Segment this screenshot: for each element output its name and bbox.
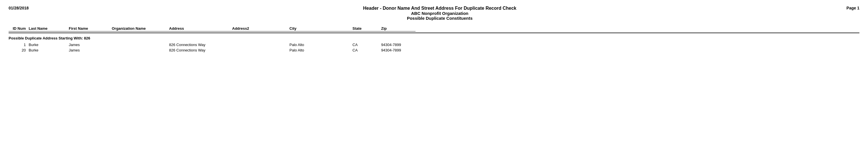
cell-id: 20 (9, 48, 29, 52)
cell-state: CA (352, 48, 381, 52)
page-header: 01/28/2018 Header - Donor Name And Stree… (9, 6, 859, 21)
section-label: Possible Duplicate Address Starting With… (9, 36, 859, 40)
cell-address: 826 Connections Way (169, 48, 232, 52)
data-table: ID Num Last Name First Name Organization… (9, 26, 859, 53)
col-header-state: State (352, 26, 381, 32)
cell-lastname: Burke (29, 43, 69, 47)
header-center: Header - Donor Name And Street Address F… (37, 6, 842, 21)
cell-firstname: James (69, 43, 112, 47)
cell-address2 (232, 43, 289, 47)
cell-firstname: James (69, 48, 112, 52)
col-header-zip: Zip (381, 26, 415, 32)
table-rows: 1 Burke James 826 Connections Way Palo A… (9, 42, 859, 53)
report-subtitle: Possible Duplicate Constituents (37, 16, 842, 21)
cell-orgname (112, 48, 169, 52)
cell-orgname (112, 43, 169, 47)
cell-lastname: Burke (29, 48, 69, 52)
col-header-address: Address (169, 26, 232, 32)
page-number: Page 1 (842, 6, 859, 10)
cell-zip: 94304-7899 (381, 48, 415, 52)
cell-state: CA (352, 43, 381, 47)
cell-city: Palo Alto (289, 43, 352, 47)
report-title: Header - Donor Name And Street Address F… (37, 6, 842, 11)
cell-zip: 94304-7899 (381, 43, 415, 47)
col-header-firstname: First Name (69, 26, 112, 32)
col-header-lastname: Last Name (29, 26, 69, 32)
col-header-orgname: Organization Name (112, 26, 169, 32)
cell-address2 (232, 48, 289, 52)
report-date: 01/28/2018 (9, 6, 37, 10)
table-row: 1 Burke James 826 Connections Way Palo A… (9, 42, 859, 47)
column-headers: ID Num Last Name First Name Organization… (9, 26, 859, 33)
cell-city: Palo Alto (289, 48, 352, 52)
col-header-id: ID Num (9, 26, 29, 32)
table-row: 20 Burke James 826 Connections Way Palo … (9, 47, 859, 53)
cell-id: 1 (9, 43, 29, 47)
col-header-address2: Address2 (232, 26, 289, 32)
col-header-city: City (289, 26, 352, 32)
cell-address: 826 Connections Way (169, 43, 232, 47)
org-name: ABC Nonprofit Organization (37, 11, 842, 16)
